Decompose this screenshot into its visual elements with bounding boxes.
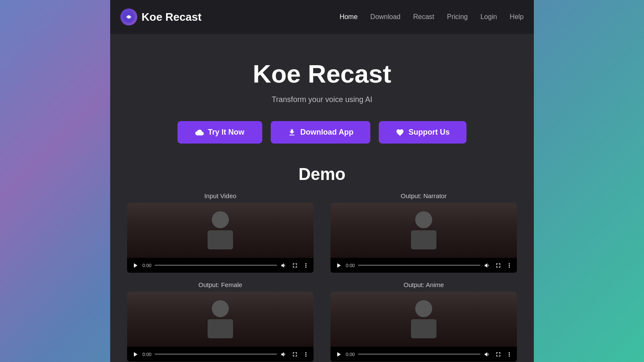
video-controls-female: 0:00: [127, 347, 314, 362]
ctrl-icons-4: [484, 351, 513, 358]
progress-bar-4[interactable]: [358, 354, 480, 355]
video-label-input: Input Video: [204, 192, 236, 199]
demo-title: Demo: [127, 165, 517, 184]
play-icon-2[interactable]: [335, 262, 342, 269]
more-icon-2[interactable]: [506, 262, 513, 269]
svg-point-1: [128, 16, 130, 18]
svg-rect-4: [415, 211, 432, 228]
play-icon-3[interactable]: [131, 351, 139, 358]
nav-recast[interactable]: Recast: [413, 13, 434, 21]
video-item-anime: Output: Anime 0:00: [330, 281, 517, 362]
time-display-2: 0:00: [346, 263, 355, 268]
time-display-3: 0:00: [142, 352, 151, 357]
svg-rect-5: [411, 230, 436, 249]
progress-bar-3[interactable]: [155, 354, 277, 355]
video-controls-input: 0:00: [127, 258, 314, 273]
svg-rect-8: [415, 300, 432, 317]
svg-rect-7: [208, 319, 233, 338]
svg-rect-6: [212, 300, 229, 317]
video-item-narrator: Output: Narrator 0:00: [330, 192, 517, 273]
person-figure-2: [398, 205, 449, 256]
more-icon[interactable]: [303, 262, 309, 269]
svg-rect-3: [208, 230, 233, 249]
fullscreen-icon-3[interactable]: [291, 351, 298, 358]
more-icon-3[interactable]: [303, 351, 309, 358]
try-now-button[interactable]: Try It Now: [178, 121, 262, 144]
fullscreen-icon-2[interactable]: [495, 262, 502, 269]
fullscreen-icon[interactable]: [291, 262, 298, 269]
hero-section: Koe Recast Transform your voice using AI…: [110, 34, 534, 160]
person-figure-3: [195, 294, 246, 345]
support-us-button[interactable]: Support Us: [379, 121, 466, 144]
video-controls-narrator: 0:00: [330, 258, 517, 273]
download-icon: [288, 128, 296, 137]
time-display: 0:00: [142, 263, 151, 268]
volume-icon[interactable]: [280, 262, 287, 269]
brand-name: Koe Recast: [142, 11, 202, 24]
page-wrapper: Koe Recast Home Download Recast Pricing …: [110, 0, 534, 362]
video-player-female[interactable]: 0:00: [127, 292, 314, 362]
nav-download[interactable]: Download: [370, 13, 400, 21]
more-icon-4[interactable]: [506, 351, 513, 358]
hero-title: Koe Recast: [253, 59, 391, 88]
svg-rect-2: [212, 211, 229, 228]
hero-buttons: Try It Now Download App Support Us: [178, 121, 466, 144]
video-frame-input: [127, 203, 314, 258]
ctrl-icons: [280, 262, 309, 269]
person-figure: [195, 205, 246, 256]
demo-section: Demo Input Video: [110, 160, 534, 362]
video-label-anime: Output: Anime: [403, 281, 444, 288]
hero-subtitle: Transform your voice using AI: [272, 95, 372, 104]
fullscreen-icon-4[interactable]: [495, 351, 502, 358]
time-display-4: 0:00: [346, 352, 355, 357]
heart-icon: [396, 128, 404, 137]
progress-bar-2[interactable]: [358, 265, 480, 266]
play-icon-4[interactable]: [335, 351, 342, 358]
video-player-anime[interactable]: 0:00: [330, 292, 517, 362]
volume-icon-3[interactable]: [280, 351, 287, 358]
nav-login[interactable]: Login: [480, 13, 497, 21]
video-item-input: Input Video 0:00: [127, 192, 314, 273]
video-label-female: Output: Female: [198, 281, 242, 288]
cloud-icon: [195, 128, 204, 137]
ctrl-icons-3: [280, 351, 309, 358]
video-label-narrator: Output: Narrator: [401, 192, 447, 199]
video-frame-narrator: [330, 203, 517, 258]
nav-home[interactable]: Home: [339, 13, 358, 21]
video-item-female: Output: Female 0:00: [127, 281, 314, 362]
volume-icon-2[interactable]: [484, 262, 491, 269]
person-figure-4: [398, 294, 449, 345]
video-frame-female: [127, 292, 314, 347]
svg-rect-9: [411, 319, 436, 338]
video-controls-anime: 0:00: [330, 347, 517, 362]
play-icon[interactable]: [131, 262, 139, 269]
nav-links: Home Download Recast Pricing Login Help: [339, 13, 524, 21]
nav-help[interactable]: Help: [510, 13, 524, 21]
video-player-narrator[interactable]: 0:00: [330, 203, 517, 273]
logo-icon: [120, 8, 137, 25]
download-app-button[interactable]: Download App: [271, 121, 370, 144]
video-frame-anime: [330, 292, 517, 347]
video-grid: Input Video 0:00: [127, 192, 517, 362]
volume-icon-4[interactable]: [484, 351, 491, 358]
nav-pricing[interactable]: Pricing: [447, 13, 468, 21]
ctrl-icons-2: [484, 262, 513, 269]
video-player-input[interactable]: 0:00: [127, 203, 314, 273]
navbar: Koe Recast Home Download Recast Pricing …: [110, 0, 534, 34]
logo-area[interactable]: Koe Recast: [120, 8, 202, 25]
progress-bar[interactable]: [155, 265, 277, 266]
